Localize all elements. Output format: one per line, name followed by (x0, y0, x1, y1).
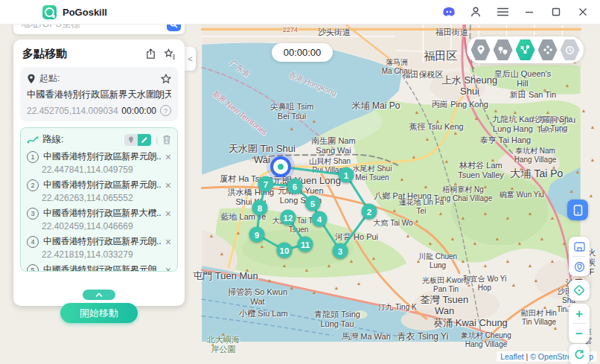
map-route-marker[interactable]: 1 (339, 167, 354, 183)
route-item: 4中國香港特別行政區新界元朗...×22.421819,114.033279 (21, 233, 177, 261)
spot-search-button[interactable] (569, 257, 590, 276)
route-item: 3中國香港特別行政區新界大欖...×22.402459,114.046669 (21, 205, 177, 233)
maximize-button[interactable] (549, 5, 563, 19)
joystick-mode-icon[interactable] (538, 39, 558, 60)
mode-toolbar (467, 36, 584, 63)
reset-view-button (569, 344, 590, 364)
route-item-number: 5 (27, 264, 39, 272)
zoom-in-button[interactable]: + (569, 304, 590, 323)
remove-waypoint-button[interactable]: × (165, 180, 171, 191)
share-icon[interactable] (145, 48, 156, 60)
map-route-marker[interactable]: 9 (249, 227, 265, 243)
current-location-marker[interactable] (270, 156, 291, 177)
route-item: 1中國香港特別行政區新界元朗...×22.447841,114.049759 (21, 148, 177, 176)
two-spot-mode-icon[interactable] (494, 39, 513, 60)
collapse-list-button[interactable] (83, 290, 115, 300)
route-icon (27, 135, 39, 144)
route-item-address: 中國香港特別行政區新界元朗... (43, 179, 161, 191)
drag-mode-button[interactable] (124, 134, 138, 146)
route-item-number: 2 (27, 179, 39, 191)
start-point-address: 中國香港特別行政區新界天水圍朗天路 (27, 89, 171, 101)
start-point-label: 起點: (39, 72, 60, 85)
map-tools-group (569, 237, 590, 276)
route-item-number: 1 (27, 151, 39, 163)
route-item-number: 4 (27, 236, 39, 248)
map-route-marker[interactable]: 11 (298, 237, 313, 252)
zoom-controls: + − (569, 304, 590, 343)
remove-waypoint-button[interactable]: × (165, 152, 171, 162)
map-route-marker[interactable]: 6 (287, 179, 303, 194)
map-route-marker[interactable]: 5 (305, 196, 321, 211)
route-label: 路線: (42, 133, 63, 146)
help-icon[interactable]: ? (160, 105, 171, 116)
delete-route-icon[interactable] (162, 135, 171, 144)
map-route-marker[interactable]: 8 (252, 200, 268, 216)
titlebar: PoGoskill (0, 0, 600, 25)
map-route-marker[interactable]: 4 (312, 211, 328, 227)
discord-icon[interactable] (442, 5, 456, 19)
device-button (567, 199, 588, 220)
route-item-address: 中國香港特別行政區新界元朗... (43, 235, 161, 248)
route-item-coords: 22.426263,114.065552 (42, 193, 171, 203)
app-title: PoGoskill (63, 7, 107, 18)
remove-waypoint-button[interactable]: × (165, 237, 171, 247)
elapsed-timer: 00:00:00 (272, 43, 333, 62)
leaflet-link[interactable]: Leaflet (500, 352, 524, 361)
favorite-start-icon[interactable] (161, 74, 171, 84)
reset-icon[interactable] (569, 344, 590, 364)
start-point-coords: 22.452705,114.009034 (27, 106, 118, 116)
route-edit-toggle (124, 134, 151, 146)
start-moving-button[interactable]: 開始移動 (60, 303, 138, 323)
route-list: 1中國香港特別行政區新界元朗...×22.447841,114.0497592中… (21, 148, 177, 272)
route-item-coords: 22.421819,114.033279 (42, 249, 171, 260)
app-window: PoGoskill (0, 0, 600, 364)
map-route-marker[interactable]: 7 (258, 176, 274, 192)
map-route-marker[interactable]: 2 (362, 204, 377, 220)
route-item-number: 3 (27, 208, 39, 220)
app-logo-icon (42, 5, 57, 19)
route-item: 5中國香港特別行政區新界元朗...×22.431023,114.029503 (21, 261, 177, 272)
collection-button[interactable] (569, 237, 590, 256)
compass-icon[interactable] (569, 280, 590, 301)
multi-spot-panel: 多點移動 起點: 中國香港特別行政區新界天水圍朗天路 22.452705 (13, 39, 185, 306)
start-point-time: 00:00:00 (121, 106, 156, 116)
toolbar-divider: | (156, 135, 158, 144)
cooldown-mode-icon[interactable] (561, 39, 580, 60)
route-item-coords: 22.447841,114.049759 (42, 165, 171, 175)
route-block: 路線: | 1中國香港特別行政區新界元朗 (20, 127, 178, 272)
route-item: 2中國香港特別行政區新界元朗...×22.426263,114.065552 (21, 176, 177, 205)
panel-collapse-handle[interactable]: < (185, 47, 196, 71)
device-icon[interactable] (567, 199, 588, 220)
remove-waypoint-button[interactable]: × (165, 208, 171, 219)
remove-waypoint-button[interactable]: × (165, 265, 171, 272)
favorites-icon[interactable] (164, 48, 176, 60)
menu-icon[interactable] (496, 5, 509, 19)
multi-spot-mode-icon[interactable] (516, 39, 535, 60)
map-route-marker[interactable]: 3 (333, 243, 348, 259)
start-point-block: 起點: 中國香港特別行政區新界天水圍朗天路 22.452705,114.0090… (20, 67, 178, 121)
map-route-marker[interactable]: 12 (281, 210, 296, 226)
route-item-address: 中國香港特別行政區新界元朗... (43, 264, 161, 272)
edit-mode-button[interactable] (138, 134, 151, 146)
close-button[interactable] (576, 5, 590, 19)
attribution-separator: | (524, 352, 531, 361)
teleport-mode-icon[interactable] (471, 39, 491, 60)
start-pin-icon (27, 74, 36, 84)
route-item-address: 中國香港特別行政區新界大欖... (43, 207, 161, 220)
zoom-out-button[interactable]: − (569, 324, 590, 343)
map-route-marker[interactable]: 10 (277, 243, 293, 258)
minimize-button[interactable] (523, 5, 536, 19)
center-location-button (569, 280, 590, 301)
panel-title: 多點移動 (22, 47, 67, 61)
account-icon[interactable] (469, 5, 482, 19)
route-item-address: 中國香港特別行政區新界元朗... (43, 150, 161, 163)
route-item-coords: 22.402459,114.046669 (42, 221, 171, 232)
